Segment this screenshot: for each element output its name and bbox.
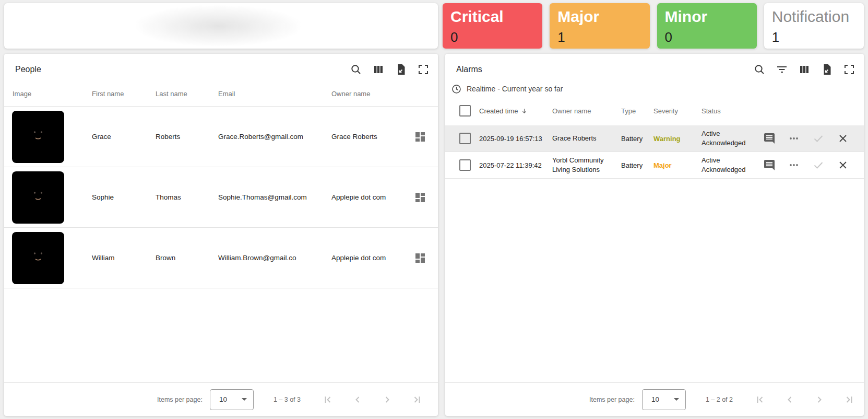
first-page-icon[interactable] <box>322 393 334 406</box>
first-page-icon[interactable] <box>754 393 766 406</box>
alarms-timewindow[interactable]: Realtime - Current year so far <box>445 82 864 96</box>
last-page-icon[interactable] <box>411 393 423 406</box>
last-page-icon[interactable] <box>843 393 855 406</box>
select-all-checkbox[interactable] <box>459 105 471 117</box>
sort-desc-icon <box>520 107 528 115</box>
summary-card-value: 1 <box>557 30 641 44</box>
search-icon[interactable] <box>350 63 362 76</box>
dashboard-icon[interactable] <box>414 252 426 264</box>
summary-card-major[interactable]: Major 1 <box>550 3 649 49</box>
comment-icon[interactable] <box>763 132 776 145</box>
page-range-label: 1 – 3 of 3 <box>274 396 301 403</box>
more-actions-icon[interactable] <box>788 132 800 145</box>
alarm-type: Battery <box>621 161 653 169</box>
export-file-icon[interactable] <box>395 63 407 76</box>
page-size-select[interactable]: 10 <box>642 389 686 410</box>
previous-page-icon[interactable] <box>783 393 796 406</box>
summary-card-value: 1 <box>772 30 856 44</box>
column-header-last-name[interactable]: Last name <box>156 90 218 98</box>
row-checkbox[interactable] <box>459 159 471 171</box>
summary-card-label: Minor <box>665 8 749 25</box>
alarms-column-headers: Created time Owner name Type Severity St… <box>445 96 864 125</box>
alarm-created-time: 2025-09-19 16:57:13 <box>479 135 552 143</box>
alarm-row[interactable]: 2025-07-22 11:39:42 Yorbl Community Livi… <box>445 152 864 179</box>
clock-icon <box>451 84 462 95</box>
person-photo <box>12 171 64 224</box>
person-email: Sophie.Thomas@gmail.com <box>218 193 331 201</box>
page-size-select[interactable]: 10 <box>210 389 254 410</box>
person-first-name: Grace <box>92 133 156 141</box>
column-header-severity[interactable]: Severity <box>653 107 701 115</box>
summary-card-label: Major <box>557 8 641 25</box>
people-row[interactable]: Sophie Thomas Sophie.Thomas@gmail.com Ap… <box>4 167 438 228</box>
items-per-page-label: Items per page: <box>157 396 203 403</box>
dashboard-icon[interactable] <box>414 191 426 204</box>
columns-icon[interactable] <box>372 63 385 76</box>
alarm-owner-name: Yorbl Community Living Solutions <box>552 156 621 174</box>
alarms-paginator: Items per page: 10 1 – 2 of 2 <box>445 382 864 416</box>
page-range-label: 1 – 2 of 2 <box>706 396 733 403</box>
column-header-first-name[interactable]: First name <box>92 90 156 98</box>
person-first-name: Sophie <box>92 193 156 201</box>
people-title: People <box>15 65 350 74</box>
person-last-name: Brown <box>156 254 218 262</box>
column-header-email[interactable]: Email <box>218 90 331 98</box>
summary-card-critical[interactable]: Critical 0 <box>443 3 542 49</box>
filter-icon[interactable] <box>776 63 788 76</box>
column-header-status[interactable]: Status <box>701 107 759 115</box>
clear-alarm-icon[interactable] <box>837 159 849 171</box>
fullscreen-icon[interactable] <box>417 63 430 76</box>
previous-page-icon[interactable] <box>351 393 364 406</box>
people-widget: People Image First name Last name Email … <box>4 54 438 416</box>
fullscreen-icon[interactable] <box>843 63 855 76</box>
columns-icon[interactable] <box>798 63 811 76</box>
people-row[interactable]: Grace Roberts Grace.Roberts@gmail.com Gr… <box>4 107 438 167</box>
person-owner-name: Applepie dot com <box>331 193 414 201</box>
timewindow-label: Realtime - Current year so far <box>467 85 563 93</box>
column-header-type[interactable]: Type <box>621 107 653 115</box>
summary-card-minor[interactable]: Minor 0 <box>657 3 757 49</box>
search-icon[interactable] <box>753 63 766 76</box>
comment-icon[interactable] <box>763 159 776 171</box>
clear-alarm-icon[interactable] <box>837 132 849 145</box>
next-page-icon[interactable] <box>381 393 394 406</box>
logo-placeholder <box>135 5 302 46</box>
alarm-status: Active Acknowledged <box>701 129 759 147</box>
summary-card-value: 0 <box>450 30 534 44</box>
alarms-title: Alarms <box>456 65 753 74</box>
person-first-name: William <box>92 254 156 262</box>
person-last-name: Thomas <box>156 193 218 201</box>
person-last-name: Roberts <box>156 133 218 141</box>
alarm-created-time: 2025-07-22 11:39:42 <box>479 161 552 169</box>
alarm-row[interactable]: 2025-09-19 16:57:13 Grace Roberts Batter… <box>445 125 864 152</box>
alarm-status: Active Acknowledged <box>701 156 759 174</box>
column-header-owner-name[interactable]: Owner name <box>331 90 414 98</box>
people-paginator: Items per page: 10 1 – 3 of 3 <box>4 382 438 416</box>
acknowledge-check-icon[interactable] <box>812 159 825 171</box>
next-page-icon[interactable] <box>813 393 826 406</box>
summary-card-value: 0 <box>665 30 749 44</box>
summary-card-notification[interactable]: Notification 1 <box>764 3 864 49</box>
person-email: Grace.Roberts@gmail.com <box>218 133 331 141</box>
dashboard-icon[interactable] <box>414 131 426 143</box>
people-row[interactable]: William Brown William.Brown@gmail.co App… <box>4 228 438 288</box>
export-file-icon[interactable] <box>821 63 833 76</box>
more-actions-icon[interactable] <box>788 159 800 171</box>
acknowledge-check-icon[interactable] <box>812 132 825 145</box>
people-column-headers: Image First name Last name Email Owner n… <box>4 82 438 107</box>
person-owner-name: Applepie dot com <box>331 254 414 262</box>
person-email: William.Brown@gmail.co <box>218 254 331 262</box>
alarm-owner-name: Grace Roberts <box>552 134 621 143</box>
column-header-owner-name[interactable]: Owner name <box>552 107 621 115</box>
alarm-summary-cards: Critical 0 Major 1 Minor 0 Notification … <box>443 3 864 49</box>
person-photo <box>12 232 64 284</box>
logo-card <box>4 3 438 49</box>
chevron-down-icon <box>674 398 679 401</box>
people-toolbar <box>350 63 430 76</box>
chevron-down-icon <box>242 398 247 401</box>
column-header-image[interactable]: Image <box>9 90 92 98</box>
column-header-created-time[interactable]: Created time <box>479 107 552 115</box>
alarms-widget: Alarms Realtime - Current year so far Cr… <box>445 54 864 416</box>
person-photo <box>12 111 64 163</box>
row-checkbox[interactable] <box>459 133 471 144</box>
